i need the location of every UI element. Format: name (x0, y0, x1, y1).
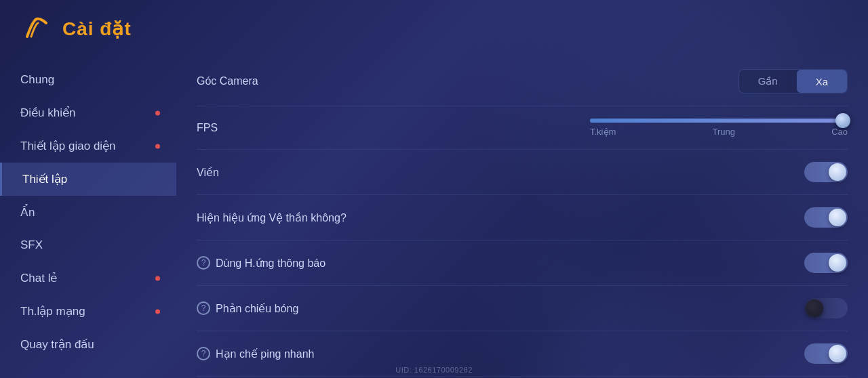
ping-label: ? Hạn chế ping nhanh (197, 347, 314, 360)
phan-chieu-toggle[interactable] (804, 298, 848, 318)
sidebar-item-quay-tran-dau[interactable]: Quay trận đấu (0, 328, 176, 361)
vien-setting-row: Viền (197, 150, 848, 195)
uid-text: UID: 1626170009282 (395, 366, 473, 374)
fps-slider-marks: T.kiệm Trung Cao (590, 127, 848, 137)
sidebar-label-th-lap-mang: Th.lập mạng (20, 304, 85, 318)
camera-label: Góc Camera (197, 75, 258, 87)
camera-btn-xa[interactable]: Xa (797, 70, 847, 93)
sidebar-dot-dieu-khien (155, 110, 160, 115)
ping-toggle-knob (829, 345, 846, 362)
vien-label: Viền (197, 166, 219, 179)
fps-mark-tkiem: T.kiệm (590, 127, 616, 137)
thong-bao-help-icon[interactable]: ? (197, 256, 210, 270)
ping-toggle[interactable] (804, 343, 848, 364)
sidebar-label-dieu-khien: Điều khiển (20, 106, 75, 120)
phan-chieu-label-text: Phản chiếu bóng (216, 302, 298, 315)
sidebar-label-chat-le: Chat lẻ (20, 271, 57, 285)
fps-slider-container: T.kiệm Trung Cao (590, 119, 848, 137)
main-layout: Chung Điều khiển Thiết lập giao diện Thi… (0, 57, 868, 378)
thong-bao-toggle-knob (829, 254, 846, 272)
vien-toggle-knob (829, 163, 846, 181)
camera-toggle-group: Gần Xa (738, 69, 848, 93)
ping-setting-row: ? Hạn chế ping nhanh (197, 331, 848, 377)
sidebar-label-an: Ẩn (20, 205, 35, 219)
sidebar-item-sfx[interactable]: SFX (0, 229, 176, 261)
ping-label-text: Hạn chế ping nhanh (216, 348, 314, 360)
sidebar-label-quay-tran-dau: Quay trận đấu (20, 337, 94, 352)
thong-bao-setting-row: ? Dùng H.ứng thông báo (197, 240, 848, 286)
sidebar-item-thiet-lap[interactable]: Thiết lập (0, 163, 176, 196)
sidebar-label-sfx: SFX (20, 238, 43, 252)
sidebar-label-thiet-lap-giao-dien: Thiết lập giao diện (20, 139, 116, 153)
sidebar-dot-chat-le (155, 276, 160, 280)
fps-label: FPS (197, 122, 218, 134)
sidebar-item-an[interactable]: Ẩn (0, 196, 176, 229)
vien-toggle[interactable] (804, 162, 848, 182)
fps-mark-trung: Trung (713, 127, 735, 137)
thong-bao-label: ? Dùng H.ứng thông báo (197, 256, 326, 270)
phan-chieu-setting-row: ? Phản chiếu bóng (197, 286, 848, 331)
sidebar-item-dieu-khien[interactable]: Điều khiển (0, 96, 176, 129)
fps-slider-knob[interactable] (835, 113, 850, 128)
camera-btn-gan[interactable]: Gần (739, 70, 797, 93)
fps-mark-cao: Cao (831, 127, 848, 137)
sidebar-item-chat-le[interactable]: Chat lẻ (0, 261, 176, 295)
ping-help-icon[interactable]: ? (197, 347, 210, 360)
ve-than-toggle[interactable] (804, 207, 848, 228)
sidebar-label-chung: Chung (20, 73, 54, 87)
sidebar-item-chung[interactable]: Chung (0, 64, 176, 96)
page-title: Cài đặt (62, 18, 132, 40)
ve-than-setting-row: Hiện hiệu ứng Vệ thần không? (197, 195, 848, 240)
ve-than-toggle-knob (829, 209, 846, 226)
sidebar-item-th-lap-mang[interactable]: Th.lập mạng (0, 295, 176, 328)
sidebar-dot-thiet-lap-giao-dien (155, 144, 160, 148)
thong-bao-label-text: Dùng H.ứng thông báo (216, 257, 326, 270)
fps-slider-fill (590, 119, 848, 123)
sidebar-dot-th-lap-mang (155, 309, 160, 314)
phan-chieu-toggle-knob (806, 299, 823, 317)
camera-setting-row: Góc Camera Gần Xa (197, 57, 848, 106)
sidebar: Chung Điều khiển Thiết lập giao diện Thi… (0, 57, 176, 378)
header: Cài đặt (0, 0, 868, 57)
phan-chieu-help-icon[interactable]: ? (197, 301, 210, 315)
sidebar-label-thiet-lap: Thiết lập (22, 172, 67, 186)
settings-content: Góc Camera Gần Xa FPS T.kiệm Trung Cao (176, 57, 868, 378)
logo-icon (20, 12, 53, 45)
uid-bar: UID: 1626170009282 (395, 366, 473, 374)
fps-slider-track[interactable] (590, 119, 848, 123)
phan-chieu-label: ? Phản chiếu bóng (197, 301, 298, 315)
fps-setting-row: FPS T.kiệm Trung Cao (197, 106, 848, 150)
ve-than-label: Hiện hiệu ứng Vệ thần không? (197, 211, 347, 224)
sidebar-item-thiet-lap-giao-dien[interactable]: Thiết lập giao diện (0, 129, 176, 163)
thong-bao-toggle[interactable] (804, 253, 848, 273)
